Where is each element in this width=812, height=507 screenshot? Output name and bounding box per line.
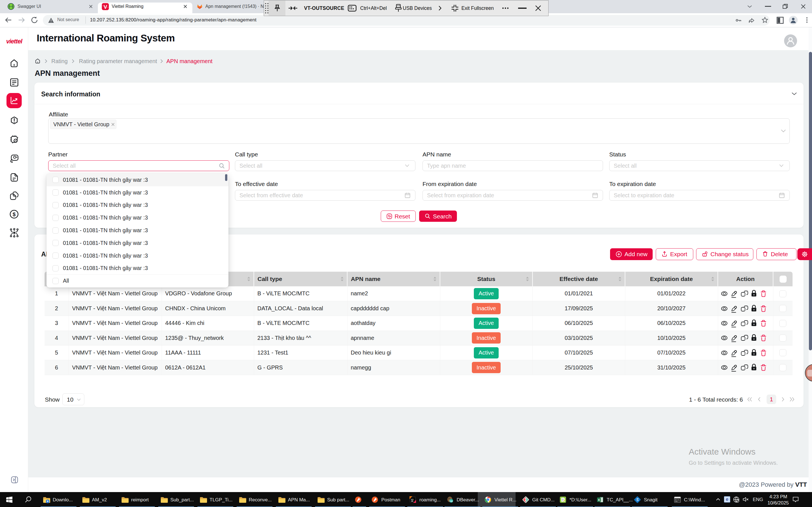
- svg-text:X: X: [598, 498, 600, 502]
- svg-text:CE: CE: [450, 500, 453, 503]
- svg-text:V: V: [103, 4, 107, 10]
- svg-text:C:\: C:\: [675, 499, 679, 501]
- svg-text:IJ: IJ: [411, 498, 413, 501]
- svg-text:$: $: [13, 211, 16, 217]
